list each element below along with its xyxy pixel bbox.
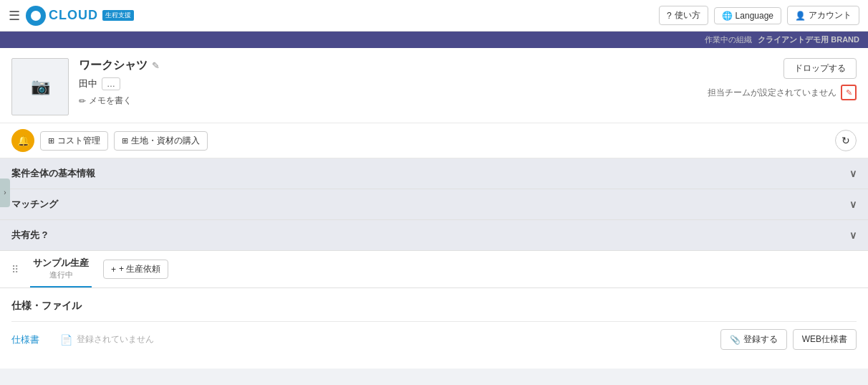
app-header: ☰ CLOUD 生程支援 ? 使い方 🌐 Language 👤 アカウント: [0, 0, 868, 32]
sidebar-collapse-handle[interactable]: ›: [0, 179, 10, 207]
notification-label: 作業中の組織: [705, 34, 752, 45]
logo-badge: 生程支援: [102, 10, 134, 21]
add-production-button[interactable]: + + 生産依頼: [103, 260, 168, 279]
usage-button[interactable]: ? 使い方: [659, 6, 708, 25]
accordion-basic-info-header[interactable]: 案件全体の基本情報 ∨: [0, 158, 868, 189]
product-image: 📷: [11, 58, 69, 115]
pencil-icon: ✏: [79, 96, 86, 106]
more-button[interactable]: …: [102, 77, 120, 90]
tab-sample-production-sublabel: 進行中: [49, 270, 73, 280]
chevron-down-icon-2: ∨: [849, 199, 857, 210]
file-section-title: 仕様・ファイル: [11, 300, 857, 313]
cost-icon: ⊞: [48, 136, 54, 146]
file-icon: 📄: [60, 334, 72, 346]
spec-label: 仕様書: [11, 333, 54, 346]
accordion-matching: マッチング ∨: [0, 189, 868, 220]
memo-row[interactable]: ✏ メモを書く: [79, 95, 698, 107]
action-right: ↻: [835, 130, 857, 151]
accordion-basic-info-label: 案件全体の基本情報: [11, 167, 95, 180]
tab-drag-handle[interactable]: ⠿: [11, 257, 19, 282]
file-empty: 📄 登録されていません: [60, 333, 154, 346]
register-button[interactable]: 📎 登録する: [720, 329, 787, 350]
plus-icon: +: [111, 265, 116, 275]
file-row-spec: 仕様書 📄 登録されていません 📎 登録する WEB仕様書: [11, 321, 857, 357]
edit-team-icon: ✎: [846, 88, 852, 98]
owner-name: 田中: [79, 77, 97, 90]
question-icon: ?: [667, 11, 672, 21]
accordion-basic-info: 案件全体の基本情報 ∨: [0, 158, 868, 189]
notification-bar: 作業中の組織 クライアントデモ用 BRAND: [0, 32, 868, 48]
product-actions-right: ドロップする 担当チームが設定されていません ✎: [708, 58, 857, 100]
camera-icon: 📷: [31, 77, 50, 96]
file-row-right: 📎 登録する WEB仕様書: [720, 329, 857, 350]
material-icon: ⊞: [122, 136, 128, 146]
logo-area: CLOUD 生程支援: [26, 6, 134, 26]
action-bar: 🔔 ⊞ コスト管理 ⊞ 生地・資材の購入 ↻: [0, 123, 868, 158]
team-row: 担当チームが設定されていません ✎: [708, 85, 857, 100]
account-button[interactable]: 👤 アカウント: [787, 6, 859, 25]
product-info: ワークシャツ ✎ 田中 … ✏ メモを書く: [79, 58, 698, 107]
edit-team-button[interactable]: ✎: [841, 85, 857, 100]
logo-cloud-text: CLOUD: [49, 8, 98, 23]
chevron-down-icon-3: ∨: [849, 229, 857, 241]
accordion-share-label: 共有先 ?: [11, 229, 48, 242]
team-label: 担当チームが設定されていません: [708, 87, 836, 99]
product-title: ワークシャツ: [79, 58, 148, 73]
file-empty-text: 登録されていません: [77, 333, 154, 346]
clip-icon: 📎: [730, 335, 741, 345]
memo-label: メモを書く: [89, 95, 132, 107]
product-title-row: ワークシャツ ✎: [79, 58, 698, 73]
refresh-icon: ↻: [842, 135, 850, 146]
refresh-button[interactable]: ↻: [835, 130, 857, 151]
accordion-matching-header[interactable]: マッチング ∨: [0, 189, 868, 219]
notify-button[interactable]: 🔔: [11, 129, 34, 152]
drop-button[interactable]: ドロップする: [783, 58, 857, 79]
file-section: 仕様・ファイル 仕様書 📄 登録されていません 📎 登録する WEB仕様書: [0, 288, 868, 369]
tab-sample-production[interactable]: サンプル生産 進行中: [30, 251, 92, 287]
accordion-share: 共有先 ? ∨: [0, 220, 868, 251]
language-button[interactable]: 🌐 Language: [714, 7, 781, 24]
user-icon: 👤: [795, 11, 806, 21]
product-owner-row: 田中 …: [79, 77, 698, 90]
logo-icon: [26, 6, 46, 26]
notification-brand: クライアントデモ用 BRAND: [758, 34, 859, 45]
chevron-down-icon: ∨: [849, 168, 857, 179]
main-content: 📷 ワークシャツ ✎ 田中 … ✏ メモを書く ドロップする 担当チームが設定さ…: [0, 48, 868, 369]
accordion-matching-label: マッチング: [11, 198, 58, 211]
hamburger-icon[interactable]: ☰: [9, 8, 20, 24]
edit-title-icon[interactable]: ✎: [152, 60, 160, 71]
action-left: 🔔 ⊞ コスト管理 ⊞ 生地・資材の購入: [11, 129, 208, 152]
material-purchase-button[interactable]: ⊞ 生地・資材の購入: [114, 131, 208, 151]
header-right: ? 使い方 🌐 Language 👤 アカウント: [659, 6, 859, 25]
tab-sample-production-label: サンプル生産: [33, 257, 89, 270]
tabs-area: ⠿ サンプル生産 進行中 + + 生産依頼: [0, 251, 868, 288]
header-left: ☰ CLOUD 生程支援: [9, 6, 134, 26]
cost-management-button[interactable]: ⊞ コスト管理: [40, 131, 108, 151]
file-row-left: 仕様書 📄 登録されていません: [11, 333, 154, 346]
bell-icon: 🔔: [17, 135, 29, 146]
globe-icon: 🌐: [722, 11, 733, 21]
web-spec-button[interactable]: WEB仕様書: [793, 329, 857, 350]
accordion-share-header[interactable]: 共有先 ? ∨: [0, 220, 868, 250]
product-header: 📷 ワークシャツ ✎ 田中 … ✏ メモを書く ドロップする 担当チームが設定さ…: [0, 48, 868, 123]
